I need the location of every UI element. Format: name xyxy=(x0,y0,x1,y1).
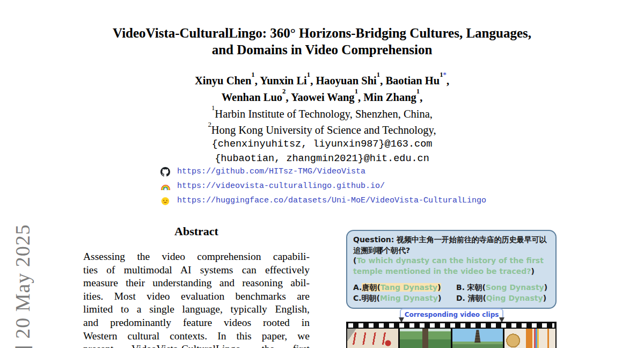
arxiv-category-bracket: ] xyxy=(11,344,34,348)
question-translation: (To which dynasty can the history of the… xyxy=(353,256,550,277)
option-a: A.唐朝(Tang Dynasty) xyxy=(353,282,456,293)
paper-title-line2: and Domains in Video Comprehension xyxy=(0,41,644,58)
paper-title: VideoVista-CulturalLingo: 360° Horizons-… xyxy=(0,25,644,58)
video-clips-bracket: Corresponding video clips xyxy=(400,308,503,318)
dataset-link[interactable]: https://huggingface.co/datasets/Uni-MoE/… xyxy=(177,196,486,205)
huggingface-icon xyxy=(160,196,170,206)
paper-title-line1: VideoVista-CulturalLingo: 360° Horizons-… xyxy=(0,25,644,41)
video-frame-trees xyxy=(400,329,451,348)
resource-links: https://github.com/HITsz-TMG/VideoVista … xyxy=(160,164,486,208)
abstract-line: and predominantly feature videos rooted … xyxy=(83,316,310,330)
author: Yunxin Li1, xyxy=(260,75,316,86)
option-c: C.明朝(Ming Dynasty) xyxy=(353,293,456,304)
question-box: Question: 视频中主角一开始前往的寺庙的历史最早可以追溯到哪个朝代? (… xyxy=(346,230,557,309)
rainbow-icon xyxy=(160,182,170,191)
paper-page: ] 20 May 2025 VideoVista-CulturalLingo: … xyxy=(0,0,644,348)
github-icon xyxy=(160,167,170,177)
affiliation-1: 1Harbin Institute of Technology, Shenzhe… xyxy=(0,104,644,121)
project-page-link[interactable]: https://videovista-culturallingo.github.… xyxy=(177,182,385,191)
authors-block: Xinyu Chen1, Yunxin Li1, Haoyuan Shi1, B… xyxy=(0,71,644,166)
github-link-row: https://github.com/HITsz-TMG/VideoVista xyxy=(160,164,486,179)
abstract-body: Assessing the video comprehension capabi… xyxy=(83,250,310,348)
author: Baotian Hu1*, xyxy=(385,75,449,86)
abstract-line: Assessing the video comprehension capabi… xyxy=(83,250,310,264)
film-strip xyxy=(346,322,557,348)
affiliation-2: 2Hong Kong University of Science and Tec… xyxy=(0,120,644,137)
author: Xinyu Chen1, xyxy=(195,75,260,86)
email-line-1: {chenxinyuhitsz, liyunxin987}@163.com xyxy=(0,137,644,151)
corresponding-author-asterisk: * xyxy=(443,71,447,78)
author-line-1: Xinyu Chen1, Yunxin Li1, Haoyuan Shi1, B… xyxy=(0,71,644,88)
author: Haoyuan Shi1, xyxy=(316,75,385,86)
video-frame-calligraphy xyxy=(347,329,398,348)
option-row-1: A.唐朝(Tang Dynasty) B. 宋朝(Song Dynasty) xyxy=(353,282,550,293)
answer-options: A.唐朝(Tang Dynasty) B. 宋朝(Song Dynasty) C… xyxy=(353,282,550,303)
abstract-heading: Abstract xyxy=(83,224,310,238)
question-text: Question: 视频中主角一开始前往的寺庙的历史最早可以追溯到哪个朝代? xyxy=(353,235,550,256)
abstract-line: limited to a single language, typically … xyxy=(83,303,310,316)
abstract-line: measure their understanding and reasonin… xyxy=(83,277,310,290)
option-b: B. 宋朝(Song Dynasty) xyxy=(456,282,547,293)
video-frame-bookshelf xyxy=(504,329,555,348)
abstract-line-partial: present VideoVista-CulturalLingo, the fi… xyxy=(83,343,310,348)
video-frame-pagoda xyxy=(452,329,503,348)
abstract-line: ties of multimodal AI systems can effect… xyxy=(83,264,310,277)
author: Wenhan Luo2, xyxy=(222,91,291,103)
film-sprockets xyxy=(346,322,557,329)
option-d: D. 清朝(Qing Dynasty) xyxy=(456,293,546,304)
clips-label: Corresponding video clips xyxy=(405,311,499,319)
arxiv-date: 20 May 2025 xyxy=(11,224,34,339)
project-link-row: https://videovista-culturallingo.github.… xyxy=(160,179,486,193)
abstract-line: ities. Most video evaluation benchmarks … xyxy=(83,290,310,303)
highlighted-answer: 唐朝(Tang Dynasty) xyxy=(362,283,441,292)
dataset-link-row: https://huggingface.co/datasets/Uni-MoE/… xyxy=(160,193,486,208)
author-line-2: Wenhan Luo2, Yaowei Wang1, Min Zhang1, xyxy=(0,88,644,104)
abstract-line: Western cultural contexts. In this paper… xyxy=(83,330,310,343)
film-frames xyxy=(346,329,557,348)
author: Yaowei Wang1, xyxy=(291,91,363,103)
option-row-2: C.明朝(Ming Dynasty) D. 清朝(Qing Dynasty) xyxy=(353,293,550,304)
question-label: Question: xyxy=(353,235,394,244)
github-link[interactable]: https://github.com/HITsz-TMG/VideoVista xyxy=(177,167,365,176)
arxiv-sidebar-date: ] 20 May 2025 xyxy=(11,224,34,348)
author: Min Zhang1, xyxy=(363,91,422,103)
